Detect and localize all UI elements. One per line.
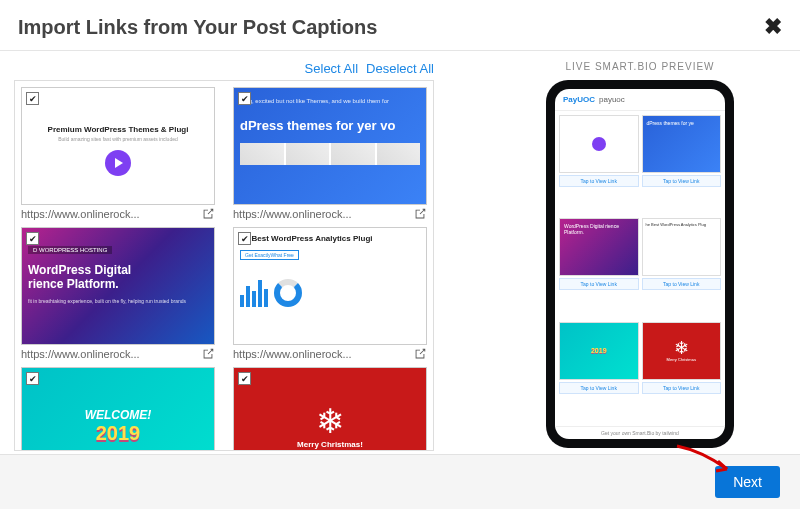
- checkbox-icon[interactable]: ✔: [238, 92, 251, 105]
- post-item[interactable]: ✔ WELCOME! 2019: [21, 367, 215, 451]
- external-link-icon[interactable]: [413, 207, 427, 221]
- post-link-row: https://www.onlinerock...: [21, 347, 215, 361]
- play-icon: [105, 150, 131, 176]
- post-thumbnail[interactable]: ✔ ❄ Merry Christmas!: [233, 367, 427, 451]
- preview-thumb: he Best WordPress Analytics Plug: [642, 218, 722, 276]
- donut-icon: [274, 279, 302, 307]
- thumb-charts: [240, 277, 420, 307]
- post-link-row: https://www.onlinerock...: [233, 347, 427, 361]
- post-link-row: https://www.onlinerock...: [233, 207, 427, 221]
- thumb-badge: WELCOME! 2019: [85, 408, 152, 445]
- select-all-link[interactable]: Select All: [305, 61, 358, 76]
- preview-profile-name: payuoc: [599, 95, 625, 104]
- thumb-headline: WordPress Digital rience Platform.: [28, 264, 208, 292]
- preview-thumb: 2019: [559, 322, 639, 380]
- thumb-headline: he Best WordPress Analytics Plugi: [240, 234, 420, 243]
- preview-brand: PayUOC: [563, 95, 595, 104]
- post-url: https://www.onlinerock...: [233, 208, 410, 220]
- preview-tap-link: Tap to View Link: [559, 175, 639, 187]
- preview-item: he Best WordPress Analytics Plug Tap to …: [642, 218, 722, 318]
- post-item[interactable]: ✔ ❄ Merry Christmas!: [233, 367, 427, 451]
- modal-body: Select All Deselect All ✔ Premium WordPr…: [0, 51, 800, 451]
- preview-grid: Tap to View Link dPress themes for ye Ta…: [555, 111, 725, 426]
- post-link-row: https://www.onlinerock...: [21, 207, 215, 221]
- preview-item: ❄Merry Christmas Tap to View Link: [642, 322, 722, 422]
- preview-label: LIVE SMART.BIO PREVIEW: [565, 61, 714, 72]
- preview-item: 2019 Tap to View Link: [559, 322, 639, 422]
- external-link-icon[interactable]: [201, 347, 215, 361]
- thumb-subtext: Build amazing sites fast with premium as…: [58, 136, 178, 142]
- tree-icon: ❄: [316, 404, 344, 438]
- preview-item: Tap to View Link: [559, 115, 639, 215]
- thumb-topline: Blog, excited but not like Themes, and w…: [240, 98, 420, 104]
- modal-header: Import Links from Your Post Captions ✖: [0, 0, 800, 51]
- deselect-all-link[interactable]: Deselect All: [366, 61, 434, 76]
- external-link-icon[interactable]: [201, 207, 215, 221]
- checkbox-icon[interactable]: ✔: [26, 372, 39, 385]
- thumb-greeting: Merry Christmas!: [297, 440, 363, 449]
- preview-thumb: dPress themes for ye: [642, 115, 722, 173]
- preview-tap-link: Tap to View Link: [642, 175, 722, 187]
- thumb-headline: Premium WordPress Themes & Plugi: [48, 125, 189, 134]
- checkbox-icon[interactable]: ✔: [26, 92, 39, 105]
- thumb-tag: D WORDPRESS HOSTING: [28, 246, 112, 254]
- posts-panel: Select All Deselect All ✔ Premium WordPr…: [14, 61, 434, 451]
- checkbox-icon[interactable]: ✔: [238, 372, 251, 385]
- thumb-year: 2019: [85, 422, 152, 445]
- phone-screen: PayUOC payuoc Tap to View Link dPress th…: [555, 89, 725, 439]
- preview-tap-link: Tap to View Link: [642, 382, 722, 394]
- close-icon[interactable]: ✖: [764, 14, 782, 40]
- next-button[interactable]: Next: [715, 466, 780, 498]
- preview-tap-link: Tap to View Link: [642, 278, 722, 290]
- preview-header: PayUOC payuoc: [555, 89, 725, 111]
- checkbox-icon[interactable]: ✔: [26, 232, 39, 245]
- preview-tap-link: Tap to View Link: [559, 382, 639, 394]
- post-item[interactable]: ✔ he Best WordPress Analytics Plugi Get …: [233, 227, 427, 361]
- preview-thumb: WordPress Digital rience Platform.: [559, 218, 639, 276]
- phone-frame: PayUOC payuoc Tap to View Link dPress th…: [546, 80, 734, 448]
- thumb-subtext: fit in breathtaking experience, built on…: [28, 298, 208, 304]
- preview-tap-link: Tap to View Link: [559, 278, 639, 290]
- post-thumbnail[interactable]: ✔ he Best WordPress Analytics Plugi Get …: [233, 227, 427, 345]
- post-url: https://www.onlinerock...: [233, 348, 410, 360]
- post-url: https://www.onlinerock...: [21, 208, 198, 220]
- selection-actions: Select All Deselect All: [14, 61, 434, 76]
- preview-item: WordPress Digital rience Platform. Tap t…: [559, 218, 639, 318]
- thumb-cta: Get ExactlyWhat Free: [240, 250, 299, 260]
- external-link-icon[interactable]: [413, 347, 427, 361]
- preview-thumb: ❄Merry Christmas: [642, 322, 722, 380]
- post-url: https://www.onlinerock...: [21, 348, 198, 360]
- thumb-welcome: WELCOME!: [85, 408, 152, 422]
- checkbox-icon[interactable]: ✔: [238, 232, 251, 245]
- post-thumbnail[interactable]: ✔ WELCOME! 2019: [21, 367, 215, 451]
- preview-footer: Get your own Smart.Bio by tailwind: [555, 426, 725, 439]
- thumb-headline: dPress themes for yer vo: [240, 118, 420, 133]
- posts-grid[interactable]: ✔ Premium WordPress Themes & Plugi Build…: [14, 80, 434, 451]
- post-thumbnail[interactable]: ✔ D WORDPRESS HOSTING WordPress Digital …: [21, 227, 215, 345]
- post-item[interactable]: ✔ Premium WordPress Themes & Plugi Build…: [21, 87, 215, 221]
- post-item[interactable]: ✔ Blog, excited but not like Themes, and…: [233, 87, 427, 221]
- preview-panel: LIVE SMART.BIO PREVIEW PayUOC payuoc Tap…: [494, 61, 786, 451]
- post-thumbnail[interactable]: ✔ Premium WordPress Themes & Plugi Build…: [21, 87, 215, 205]
- post-item[interactable]: ✔ D WORDPRESS HOSTING WordPress Digital …: [21, 227, 215, 361]
- modal-footer: Next: [0, 454, 800, 509]
- preview-item: dPress themes for ye Tap to View Link: [642, 115, 722, 215]
- thumb-mini-gallery: [240, 143, 420, 165]
- preview-thumb: [559, 115, 639, 173]
- modal-title: Import Links from Your Post Captions: [18, 16, 377, 39]
- post-thumbnail[interactable]: ✔ Blog, excited but not like Themes, and…: [233, 87, 427, 205]
